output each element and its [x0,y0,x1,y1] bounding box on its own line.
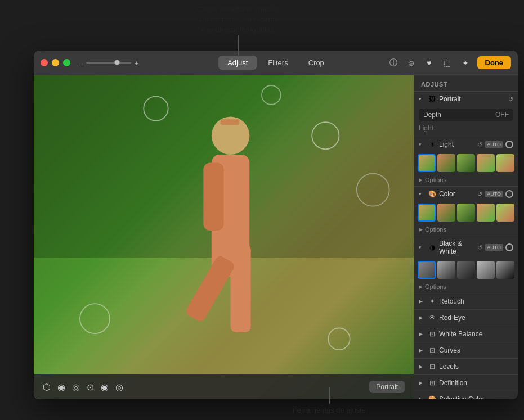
bw-thumb-1[interactable] [418,261,436,279]
chevron-light: ▾ [419,142,426,147]
svg-rect-12 [231,244,251,332]
bw-thumb-strip [414,259,518,282]
item-selective-color[interactable]: ▶ 🎨 Selective Color [414,391,518,399]
light-options-toggle[interactable]: ▶ Options [419,177,513,183]
minimize-button[interactable] [52,59,59,66]
sidebar-header: ADJUST [414,75,518,92]
light-toggle[interactable] [505,141,513,148]
color-options-toggle[interactable]: ▶ Options [419,226,513,233]
portrait-sub: Depth OFF Light [414,106,518,137]
light-thumb-5[interactable] [496,154,514,172]
color-thumb-4[interactable] [477,204,495,222]
traffic-lights [41,59,70,66]
photo-image [34,75,414,399]
tab-crop[interactable]: Crop [299,56,333,70]
tool-icon-4[interactable]: ⊙ [87,382,94,392]
zoom-in-icon: + [135,60,138,66]
white-balance-icon: ⊡ [428,330,437,338]
more-icon[interactable]: ✦ [459,57,472,69]
item-red-eye[interactable]: ▶ 👁 Red-Eye [414,310,518,326]
color-thumb-2[interactable] [437,204,455,222]
light-thumb-2[interactable] [437,154,455,172]
tool-icon-2[interactable]: ◉ [57,382,65,392]
selective-color-label: Selective Color [439,395,513,399]
info-icon[interactable]: ⓘ [387,57,400,69]
light-options-row: ▶ Options [414,175,518,186]
chevron-levels: ▶ [419,364,426,369]
item-levels[interactable]: ▶ ⊟ Levels [414,359,518,375]
color-toggle[interactable] [505,190,513,198]
sidebar-scroll[interactable]: ▾ 🖼 Portrait ↺ Depth OFF Light [414,92,518,399]
portrait-undo-icon[interactable]: ↺ [508,96,513,103]
item-definition[interactable]: ▶ ⊞ Definition [414,375,518,391]
done-button[interactable]: Done [477,56,512,69]
tool-icon-1[interactable]: ⬡ [43,382,51,392]
bw-thumb-2[interactable] [437,261,455,279]
bw-thumb-5[interactable] [496,261,514,279]
color-options-chevron: ▶ [419,227,423,232]
item-retouch[interactable]: ▶ ✦ Retouch [414,293,518,310]
color-thumb-strip [414,201,518,225]
light-thumb-3[interactable] [457,154,475,172]
light-undo-icon[interactable]: ↺ [477,141,482,148]
bw-controls: ↺ AUTO [477,243,513,251]
light-auto-badge[interactable]: AUTO [485,141,503,148]
favorite-icon[interactable]: ♥ [423,57,436,69]
callout-top: Clique para fazer ajustes, aplicar filtr… [197,4,280,58]
section-light-header[interactable]: ▾ ☀ Light ↺ AUTO [414,137,518,152]
light-thumb-strip [414,152,518,175]
light-options-chevron: ▶ [419,177,423,183]
section-black-white: ▾ ◑ Black & White ↺ AUTO [414,236,518,293]
levels-icon: ⊟ [428,363,437,371]
light-thumb-1[interactable] [418,154,436,172]
color-undo-icon[interactable]: ↺ [477,191,482,198]
chevron-red-eye: ▶ [419,315,426,320]
section-bw-header[interactable]: ▾ ◑ Black & White ↺ AUTO [414,236,518,259]
section-portrait-header[interactable]: ▾ 🖼 Portrait ↺ [414,92,518,106]
tab-filters[interactable]: Filters [259,56,297,70]
callout-top-text: Clique para fazer ajustes, aplicar filtr… [197,4,280,35]
light-thumb-4[interactable] [477,154,495,172]
content-area: ⬡ ◉ ◎ ⊙ ◉ ◎ Portrait ADJUST ▾ 🖼 Portrait [34,75,518,399]
depth-label: Depth [423,111,495,119]
item-curves[interactable]: ▶ ⊡ Curves [414,342,518,359]
tool-icon-5[interactable]: ◉ [101,382,109,392]
bw-thumb-3[interactable] [457,261,475,279]
tool-icon-3[interactable]: ◎ [72,382,80,392]
emoji-icon[interactable]: ☺ [405,57,418,69]
definition-label: Definition [439,379,513,387]
adjust-sidebar: ADJUST ▾ 🖼 Portrait ↺ Depth OFF [414,75,518,399]
levels-label: Levels [439,363,513,371]
color-options-row: ▶ Options [414,225,518,236]
color-thumb-5[interactable] [496,204,514,222]
bw-auto-badge[interactable]: AUTO [485,244,503,251]
chevron-white-balance: ▶ [419,331,426,337]
bw-toggle[interactable] [505,243,513,251]
light-options-label: Options [425,177,446,183]
portrait-light-label: Light [419,123,513,133]
item-white-balance[interactable]: ▶ ⊡ White Balance [414,326,518,342]
color-thumb-1[interactable] [418,204,436,222]
close-button[interactable] [41,59,48,66]
zoom-out-icon: – [79,60,83,66]
chevron-portrait: ▾ [419,96,426,102]
maximize-button[interactable] [63,59,70,66]
portrait-button[interactable]: Portrait [369,381,405,393]
section-color-header[interactable]: ▾ 🎨 Color ↺ AUTO [414,187,518,201]
share-icon[interactable]: ⬚ [441,57,454,69]
chevron-definition: ▶ [419,380,426,386]
selective-color-icon: 🎨 [428,395,437,399]
color-auto-badge[interactable]: AUTO [485,191,503,197]
titlebar: – + Adjust Filters Crop ⓘ ☺ ♥ ⬚ ✦ Done [34,51,518,75]
color-thumb-3[interactable] [457,204,475,222]
bw-thumb-4[interactable] [477,261,495,279]
portrait-icon: 🖼 [428,95,437,103]
tab-adjust[interactable]: Adjust [218,56,257,70]
bw-options-toggle[interactable]: ▶ Options [419,283,513,290]
retouch-icon: ✦ [428,297,437,305]
zoom-slider[interactable]: – + [79,60,138,66]
bw-options-row: ▶ Options [414,282,518,293]
tool-icon-6[interactable]: ◎ [115,382,123,392]
light-icon: ☀ [428,141,437,148]
bw-undo-icon[interactable]: ↺ [477,244,482,251]
